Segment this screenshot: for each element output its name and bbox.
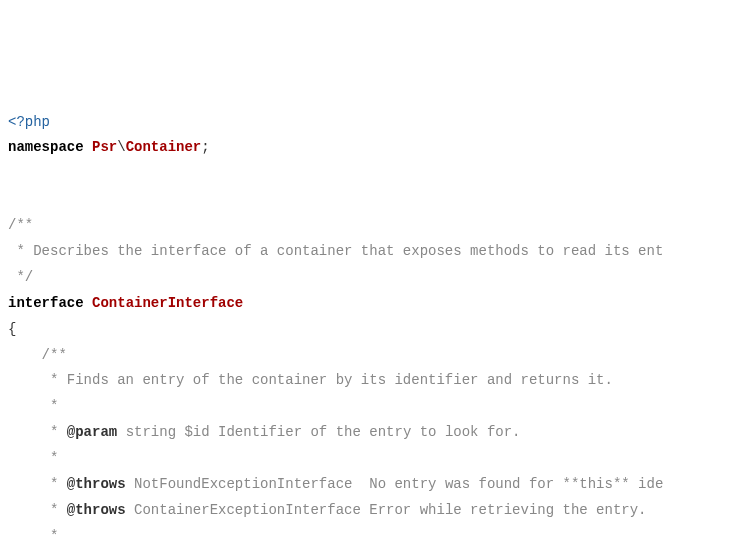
code-block: <?php namespace Psr\Container; /** * Des… [8,110,722,542]
method-doc-star3: * [8,528,58,542]
method-doc-throws2-pre: * [8,502,67,518]
param-tag: @param [67,424,117,440]
throws1-rest: NotFoundExceptionInterface No entry was … [126,476,664,492]
interface-keyword: interface [8,295,84,311]
namespace-container: Container [126,139,202,155]
param-rest: string $id Identifier of the entry to lo… [117,424,520,440]
method-doc-throws1-pre: * [8,476,67,492]
method-doc-star2: * [8,450,58,466]
throws-tag1: @throws [67,476,126,492]
semicolon: ; [201,139,209,155]
namespace-psr: Psr [92,139,117,155]
brace-open: { [8,321,16,337]
method-doc-line1: * Finds an entry of the container by its… [8,372,613,388]
namespace-separator: \ [117,139,125,155]
docblock-open: /** [8,217,33,233]
docblock-close: */ [8,269,33,285]
php-open-tag: <?php [8,114,50,130]
docblock-desc: * Describes the interface of a container… [8,243,663,259]
method-doc-star1: * [8,398,58,414]
throws2-rest: ContainerExceptionInterface Error while … [126,502,647,518]
method-doc-param-pre: * [8,424,67,440]
throws-tag2: @throws [67,502,126,518]
method-docblock-open: /** [8,347,67,363]
namespace-keyword: namespace [8,139,84,155]
interface-name: ContainerInterface [92,295,243,311]
